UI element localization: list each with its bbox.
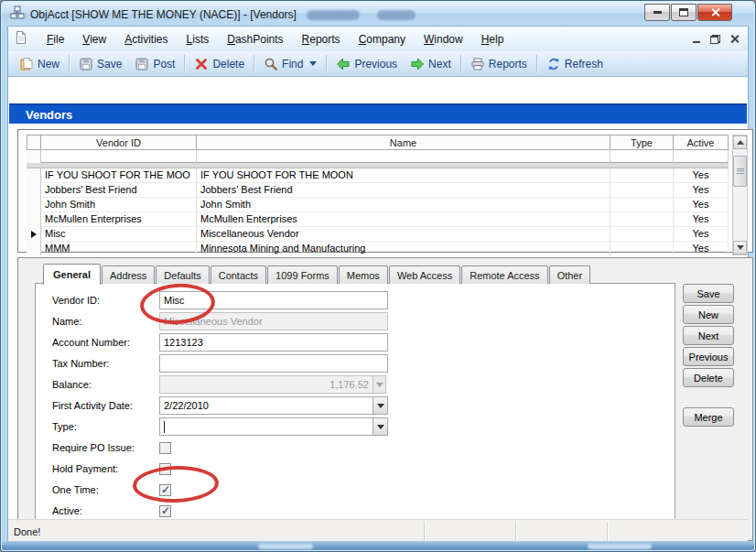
first-activity-date-label: First Activity Date: <box>52 400 159 411</box>
maximize-icon <box>679 8 688 16</box>
toolbar: New Save Post De <box>8 51 748 77</box>
toolbar-previous-button[interactable]: Previous <box>329 55 404 73</box>
toolbar-separator <box>460 55 461 73</box>
mdi-close-icon[interactable] <box>730 35 739 43</box>
table-row-selected[interactable]: Misc Miscellaneous Vendor Yes <box>27 227 729 242</box>
tab-defaults[interactable]: Defaults <box>156 265 209 284</box>
type-dropdown-button[interactable] <box>373 417 388 436</box>
scroll-up-button[interactable] <box>733 135 747 149</box>
date-dropdown-button[interactable] <box>373 396 388 415</box>
menu-window[interactable]: Window <box>415 29 472 49</box>
delete-x-icon <box>194 57 209 71</box>
section-title: Vendors <box>26 108 72 122</box>
toolbar-reports-button[interactable]: Reports <box>464 55 534 73</box>
previous-arrow-icon <box>336 57 351 71</box>
toolbar-find-button[interactable]: Find <box>257 55 323 73</box>
toolbar-new-button[interactable]: New <box>13 55 66 73</box>
scrollbar-thumb[interactable] <box>733 156 747 187</box>
next-button[interactable]: Next <box>683 326 734 345</box>
type-label: Type: <box>52 421 159 432</box>
save-button[interactable]: Save <box>683 284 734 303</box>
menu-activities[interactable]: Activities <box>115 29 177 49</box>
balance-field <box>159 375 373 394</box>
statusbar-separator <box>424 522 425 541</box>
client-area: File View Activities Lists DashPoints Re… <box>8 27 748 541</box>
column-header-type[interactable]: Type <box>610 135 674 150</box>
statusbar-separator <box>515 522 516 541</box>
statusbar-separator <box>607 522 608 541</box>
tab-other[interactable]: Other <box>549 265 591 284</box>
tab-general[interactable]: General <box>43 264 101 285</box>
next-arrow-icon <box>410 57 425 71</box>
new-button[interactable]: New <box>683 305 734 324</box>
tab-remote-access[interactable]: Remote Access <box>461 265 547 284</box>
status-text: Done! <box>14 526 40 537</box>
first-activity-date-field[interactable] <box>159 396 373 415</box>
document-icon <box>14 30 28 49</box>
side-button-column: Save New Next Previous Delete Merge <box>683 284 736 428</box>
row-selector-arrow-icon <box>31 231 37 238</box>
table-row[interactable]: McMullen Enterprises McMullen Enterprise… <box>27 212 729 227</box>
menu-view[interactable]: View <box>73 29 115 49</box>
close-icon <box>710 7 720 17</box>
find-dropdown-icon[interactable] <box>309 61 317 66</box>
require-po-issue-label: Require PO Issue: <box>52 442 159 453</box>
column-header-name[interactable]: Name <box>197 135 610 150</box>
menubar: File View Activities Lists DashPoints Re… <box>8 27 748 51</box>
toolbar-delete-button[interactable]: Delete <box>188 55 251 73</box>
tax-number-label: Tax Number: <box>52 358 159 369</box>
maximize-button[interactable] <box>671 4 697 21</box>
chevron-down-icon <box>377 404 384 408</box>
detail-tabs: General Address Defaults Contacts 1099 F… <box>43 263 591 284</box>
mdi-restore-icon[interactable] <box>710 35 720 44</box>
menu-reports[interactable]: Reports <box>293 29 350 49</box>
menu-help[interactable]: Help <box>472 29 513 49</box>
menu-dashpoints[interactable]: DashPoints <box>218 29 292 49</box>
type-field[interactable] <box>159 417 373 436</box>
reports-printer-icon <box>470 57 485 71</box>
table-row[interactable]: MMM Minnesota Mining and Manufacturing Y… <box>27 242 729 255</box>
scroll-down-button[interactable] <box>733 241 747 254</box>
table-row[interactable]: Jobbers' Best Friend Jobbers' Best Frien… <box>27 183 729 198</box>
close-button[interactable] <box>697 4 732 21</box>
menu-company[interactable]: Company <box>350 29 415 49</box>
menu-file[interactable]: File <box>38 29 73 49</box>
table-row[interactable]: IF YOU SHOOT FOR THE MOO IF YOU SHOOT FO… <box>27 168 729 183</box>
find-magnifier-icon <box>264 57 278 71</box>
toolbar-save-button[interactable]: Save <box>72 55 128 73</box>
redaction-smudge <box>588 544 652 549</box>
vendor-grid: Vendor ID Name Type Active IF YOU SHOOT … <box>27 135 748 255</box>
require-po-issue-checkbox[interactable] <box>159 442 171 454</box>
grid-vertical-scrollbar[interactable] <box>732 135 748 255</box>
mdi-minimize-icon[interactable] <box>693 41 700 43</box>
redaction-smudge <box>307 10 360 20</box>
previous-button[interactable]: Previous <box>683 347 734 366</box>
active-label: Active: <box>52 505 159 516</box>
account-number-label: Account Number: <box>52 337 159 348</box>
toolbar-refresh-button[interactable]: Refresh <box>540 55 610 73</box>
grid-filter-row[interactable] <box>27 150 729 163</box>
post-floppy-icon <box>135 57 149 71</box>
tab-address[interactable]: Address <box>102 265 155 284</box>
minimize-button[interactable] <box>644 4 670 21</box>
menu-lists[interactable]: Lists <box>178 29 219 49</box>
tax-number-field[interactable] <box>159 354 388 373</box>
tab-contacts[interactable]: Contacts <box>211 265 266 284</box>
chevron-down-icon <box>377 425 384 429</box>
tab-1099-forms[interactable]: 1099 Forms <box>267 265 338 284</box>
merge-button[interactable]: Merge <box>683 407 734 427</box>
column-header-vendor-id[interactable]: Vendor ID <box>41 135 197 150</box>
tab-web-access[interactable]: Web Access <box>389 265 460 284</box>
grid-corner-cell <box>27 135 41 150</box>
active-checkbox[interactable] <box>159 505 171 517</box>
table-row[interactable]: John Smith John Smith Yes <box>27 198 729 212</box>
window-title: ObjAcct [SHOW ME THE MONEY (NACE)] - [Ve… <box>30 8 297 21</box>
account-number-field[interactable] <box>159 333 388 352</box>
toolbar-next-button[interactable]: Next <box>404 55 458 73</box>
column-header-active[interactable]: Active <box>674 135 729 150</box>
new-page-icon <box>19 57 34 71</box>
balance-label: Balance: <box>52 379 159 390</box>
delete-button[interactable]: Delete <box>683 368 734 387</box>
toolbar-post-button[interactable]: Post <box>128 55 181 73</box>
tab-memos[interactable]: Memos <box>339 265 388 284</box>
